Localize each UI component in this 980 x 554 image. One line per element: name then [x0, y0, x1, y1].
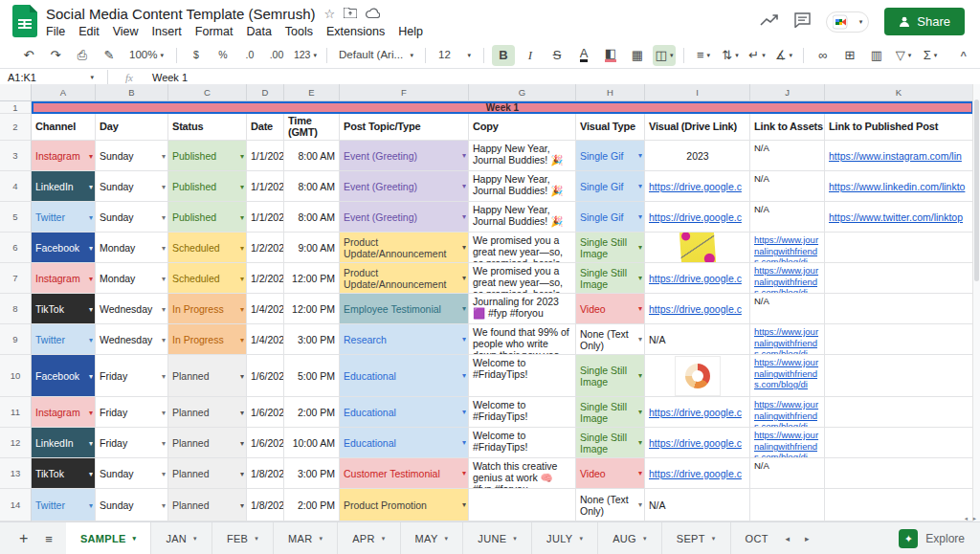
more-formats-icon[interactable]: 123▾ — [292, 45, 319, 66]
column-header-b[interactable]: B — [96, 84, 168, 101]
assets-link[interactable]: https://www.journalingwithfriends.com/bl… — [754, 265, 821, 294]
cell-post-topic[interactable]: Educational▾ — [340, 355, 469, 397]
cell-copy[interactable] — [469, 489, 576, 521]
italic-icon[interactable]: I — [519, 45, 542, 66]
row-number[interactable]: 1 — [0, 101, 32, 114]
row-number[interactable]: 10 — [0, 355, 32, 397]
row-number[interactable]: 7 — [0, 263, 32, 294]
cell-link-to-assets[interactable]: https://www.journalingwithfriends.com/bl… — [750, 324, 825, 355]
sheet-tab-jan[interactable]: JAN▾ — [151, 522, 212, 554]
donut-chart-thumbnail[interactable] — [675, 356, 721, 396]
text-wrap-icon[interactable]: ↵▾ — [746, 45, 768, 66]
dropdown-arrow-icon[interactable]: ▾ — [579, 535, 583, 543]
sheet-tab-may[interactable]: MAY▾ — [401, 522, 464, 554]
cell-visual-type[interactable]: Single Still Image▾ — [576, 233, 645, 263]
cell-date[interactable]: 1/4/2023 — [247, 294, 284, 324]
add-sheet-button[interactable]: + — [19, 531, 28, 546]
cell-time[interactable]: 12:00 PM — [284, 294, 340, 324]
cell-link-to-assets[interactable]: N/A — [750, 171, 825, 202]
cell-time[interactable]: 8:00 AM — [284, 171, 340, 202]
bold-icon[interactable]: B — [492, 45, 515, 66]
2023-thumbnail[interactable]: 2023 — [686, 150, 708, 162]
name-box-dropdown-icon[interactable]: ▾ — [90, 74, 94, 81]
cell-copy[interactable]: Welcome to #FridayTips! — [469, 397, 576, 428]
dropdown-arrow-icon[interactable]: ▾ — [133, 535, 137, 543]
cell-channel[interactable]: TikTok▾ — [32, 458, 96, 489]
menu-view[interactable]: View — [106, 24, 145, 39]
assets-link[interactable]: https://www.journalingwithfriends.com/bl… — [754, 357, 821, 390]
cell-time[interactable]: 2:00 PM — [284, 489, 340, 521]
cell-visual-drive-link[interactable] — [645, 233, 750, 263]
cell-link-to-assets[interactable] — [750, 489, 825, 521]
strikethrough-icon[interactable]: S — [546, 45, 568, 66]
cell-copy[interactable]: Journaling for 2023 🟪 #fyp #foryou — [469, 294, 576, 324]
cell-day[interactable]: Friday▾ — [96, 428, 168, 458]
cell-channel[interactable]: LinkedIn▾ — [32, 428, 96, 458]
move-to-folder-icon[interactable] — [344, 8, 357, 20]
cell-link-to-published-post[interactable]: https://www.twitter.com/linktop — [825, 202, 973, 233]
dropdown-arrow-icon[interactable]: ▾ — [513, 535, 517, 543]
cell-visual-type[interactable]: Single Gif▾ — [576, 202, 645, 233]
cell-date[interactable]: 1/6/2023 — [247, 397, 284, 428]
dropdown-arrow-icon[interactable]: ▾ — [193, 535, 197, 543]
dropdown-arrow-icon[interactable]: ▾ — [255, 535, 258, 543]
font-select[interactable]: Default (Ari...▾ — [335, 45, 417, 66]
column-header-d[interactable]: D — [247, 84, 284, 101]
cell-channel[interactable]: Facebook▾ — [32, 355, 96, 397]
cell-channel[interactable]: TikTok▾ — [32, 294, 96, 324]
insert-chart-icon[interactable]: ▥ — [865, 45, 888, 66]
column-header-i[interactable]: I — [645, 84, 750, 101]
cell-status[interactable]: In Progress▾ — [168, 324, 247, 355]
cell-link-to-published-post[interactable]: https://www.instagram.com/lin — [825, 141, 973, 171]
sheet-tab-july[interactable]: JULY▾ — [532, 522, 598, 554]
menu-insert[interactable]: Insert — [145, 24, 189, 39]
row-number[interactable]: 5 — [0, 202, 32, 233]
vertical-scrollbar[interactable] — [972, 84, 980, 521]
row-number[interactable]: 2 — [0, 114, 32, 141]
cell-post-topic[interactable]: Educational▾ — [340, 397, 469, 428]
row-number[interactable]: 4 — [0, 171, 32, 202]
comment-history-icon[interactable] — [794, 12, 811, 32]
cell-copy[interactable]: We promised you a great new year—so, as … — [469, 263, 576, 294]
cell-visual-drive-link[interactable]: https://drive.google.c — [645, 202, 750, 233]
name-box[interactable]: A1:K1 ▾ — [0, 72, 101, 83]
drive-link[interactable]: https://drive.google.c — [649, 407, 742, 418]
sheet-tab-june[interactable]: JUNE▾ — [463, 522, 532, 554]
cell-visual-drive-link[interactable]: https://drive.google.c — [645, 397, 750, 428]
cell-visual-drive-link[interactable]: https://drive.google.c — [645, 294, 750, 324]
cell-day[interactable]: Sunday▾ — [96, 458, 168, 489]
formula-input[interactable]: Week 1 — [152, 72, 188, 83]
row-number[interactable]: 9 — [0, 324, 32, 355]
cell-link-to-assets[interactable]: https://www.journalingwithfriends.com/bl… — [750, 355, 825, 397]
dropdown-arrow-icon[interactable]: ▾ — [643, 535, 647, 543]
cell-day[interactable]: Friday▾ — [96, 355, 168, 397]
cell-channel[interactable]: Instagram▾ — [32, 263, 96, 294]
row-number[interactable]: 14 — [0, 489, 32, 521]
insert-link-icon[interactable]: ∞ — [812, 45, 835, 66]
horizontal-align-icon[interactable]: ≡▾ — [692, 45, 715, 66]
column-header-k[interactable]: K — [825, 84, 973, 101]
week-banner-cell[interactable]: Week 1 — [32, 101, 973, 114]
increase-decimal-icon[interactable]: .00 — [265, 45, 288, 66]
row-number[interactable]: 8 — [0, 294, 32, 324]
menu-format[interactable]: Format — [189, 24, 240, 39]
cell-post-topic[interactable]: Employee Testimonial▾ — [340, 294, 469, 324]
cell-visual-drive-link[interactable]: N/A — [645, 324, 750, 355]
row-number[interactable]: 11 — [0, 397, 32, 428]
format-percent-icon[interactable]: % — [212, 45, 234, 66]
assets-link[interactable]: https://www.journalingwithfriends.com/bl… — [754, 399, 821, 428]
cell-post-topic[interactable]: Educational▾ — [340, 428, 469, 458]
decrease-decimal-icon[interactable]: .0 — [238, 45, 261, 66]
cell-day[interactable]: Friday▾ — [96, 397, 168, 428]
column-header-c[interactable]: C — [168, 84, 247, 101]
filter-icon[interactable]: ▽▾ — [892, 45, 915, 66]
row-number[interactable]: 3 — [0, 141, 32, 171]
drive-link[interactable]: https://drive.google.c — [649, 437, 742, 449]
borders-icon[interactable]: ▦ — [626, 45, 649, 66]
cell-copy[interactable]: Happy New Year, Journal Buddies! 🎉 — [469, 202, 576, 233]
collapse-toolbar-icon[interactable]: ^ — [961, 50, 967, 61]
published-post-link[interactable]: https://www.instagram.com/lin — [829, 150, 962, 162]
cell-day[interactable]: Wednesday▾ — [96, 324, 168, 355]
cell-date[interactable]: 1/1/2023 — [247, 171, 284, 202]
column-header-h[interactable]: H — [576, 84, 645, 101]
